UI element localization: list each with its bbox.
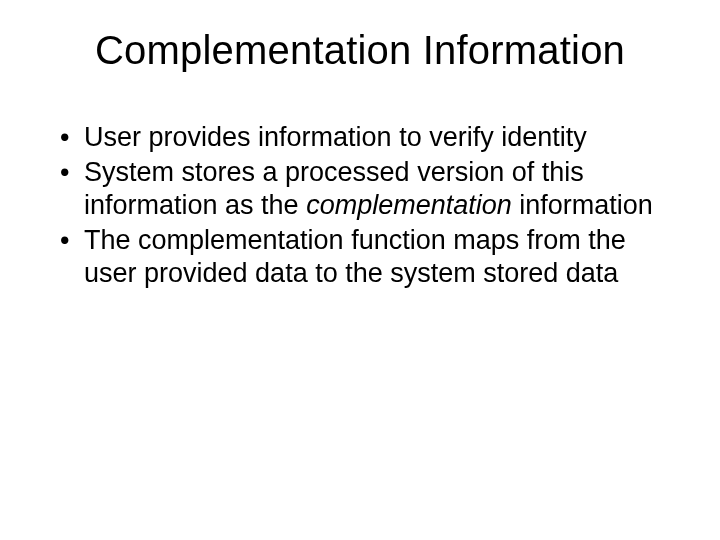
bullet-text: The complementation function maps from t… [84,225,626,288]
bullet-item: User provides information to verify iden… [56,121,672,154]
bullet-item: The complementation function maps from t… [56,224,672,290]
slide-title: Complementation Information [48,28,672,73]
slide-container: Complementation Information User provide… [0,0,720,540]
bullet-item: System stores a processed version of thi… [56,156,672,222]
bullet-text-after: information [512,190,653,220]
slide-content: User provides information to verify iden… [48,121,672,290]
bullet-text-italic: complementation [306,190,512,220]
bullet-list: User provides information to verify iden… [56,121,672,290]
bullet-text: User provides information to verify iden… [84,122,587,152]
